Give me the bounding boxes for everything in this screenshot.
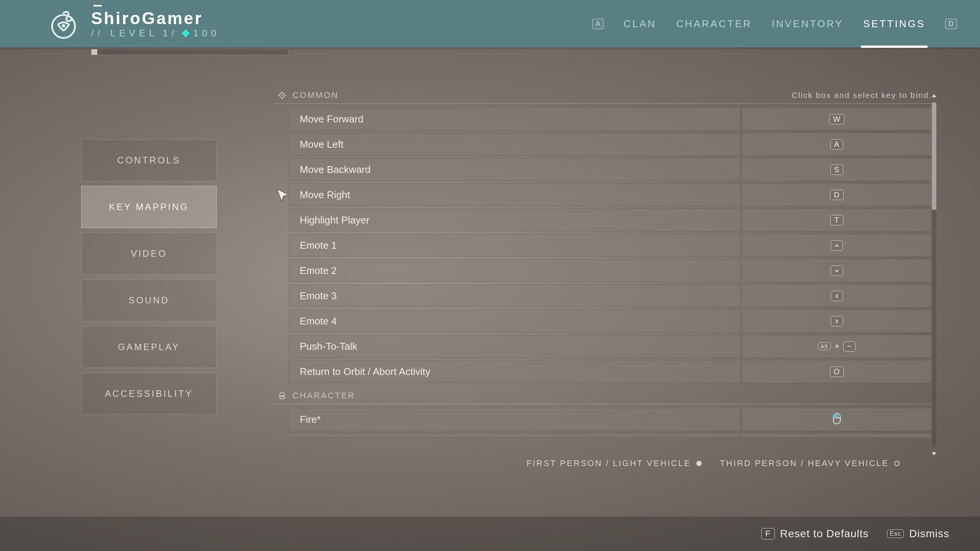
svg-point-3	[281, 95, 283, 96]
keycap: D	[830, 190, 843, 200]
bind-key-emote-2[interactable]	[742, 259, 932, 282]
scroll-thumb[interactable]	[932, 103, 936, 210]
nav-item-settings[interactable]: SETTINGS	[863, 18, 925, 30]
keycap-dismiss: Esc	[887, 530, 904, 538]
bind-key-emote-3[interactable]	[742, 284, 932, 307]
level-prefix: // LEVEL	[91, 28, 158, 39]
sidebar-item-key-mapping[interactable]: KEY MAPPING	[81, 186, 217, 228]
bind-row-emote-4: Emote 4	[289, 310, 932, 333]
scrollbar[interactable]	[929, 90, 939, 459]
bind-key-highlight-player[interactable]: T	[742, 209, 932, 231]
section-header-character: CHARACTER	[273, 391, 932, 401]
key-mapping-content: COMMON Click box and select key to bind.…	[273, 90, 932, 459]
bind-key-push-to-talk[interactable]: Alt + ~	[742, 335, 932, 358]
bind-key-partial[interactable]	[742, 433, 932, 438]
bind-row-emote-3: Emote 3	[289, 284, 932, 307]
bind-row-move-right: Move Right D	[289, 183, 932, 206]
bind-label: Move Forward	[289, 108, 740, 130]
player-cluster: ShiroGamer // LEVEL 1/ 100	[46, 6, 220, 41]
perspective-legend: FIRST PERSON / LIGHT VEHICLE THIRD PERSO…	[273, 458, 900, 468]
bind-key-move-right[interactable]: D	[742, 183, 932, 206]
sidebar-item-sound[interactable]: SOUND	[81, 279, 217, 321]
sidebar-item-accessibility[interactable]: ACCESSIBILITY	[81, 373, 217, 415]
keycap-alt: Alt	[818, 342, 831, 350]
scroll-track[interactable]	[932, 103, 936, 447]
nav-item-inventory[interactable]: INVENTORY	[772, 18, 843, 30]
light-value: 100	[193, 28, 220, 39]
section-character: CHARACTER Fire*	[273, 391, 932, 438]
bind-label: Push-To-Talk	[289, 335, 740, 358]
keycap: A	[830, 139, 843, 150]
bind-row-fire: Fire*	[289, 408, 932, 431]
nav-next-hint: D	[945, 19, 957, 29]
legend-third: THIRD PERSON / HEAVY VEHICLE	[720, 458, 889, 468]
bind-label: Fire*	[289, 408, 740, 431]
sidebar-item-gameplay[interactable]: GAMEPLAY	[81, 326, 217, 368]
level-value: 1/	[163, 28, 178, 39]
key-combo: Alt + ~	[818, 341, 856, 352]
bind-key-move-forward[interactable]: W	[742, 108, 932, 130]
dismiss-label: Dismiss	[909, 528, 949, 540]
reset-label: Reset to Defaults	[780, 528, 869, 540]
bind-key-move-left[interactable]: A	[742, 133, 932, 156]
bind-row-move-left: Move Left A	[289, 133, 932, 156]
bind-label: Emote 1	[289, 234, 740, 257]
section-header-common: COMMON Click box and select key to bind.	[273, 90, 932, 100]
top-nav: A CLAN CHARACTER INVENTORY SETTINGS D	[592, 18, 957, 30]
settings-sidebar: CONTROLS KEY MAPPING VIDEO SOUND GAMEPLA…	[81, 139, 217, 415]
dot-outline-icon	[894, 461, 900, 466]
dot-solid-icon	[696, 461, 702, 466]
bind-key-fire[interactable]	[742, 408, 932, 431]
bind-key-move-backward[interactable]: S	[742, 158, 932, 181]
bind-label: Move Right	[289, 183, 740, 206]
scroll-down-icon[interactable]	[929, 448, 939, 459]
legend-first: FIRST PERSON / LIGHT VEHICLE	[526, 458, 691, 468]
dismiss-button[interactable]: Esc Dismiss	[887, 528, 949, 540]
bind-label: Emote 2	[289, 259, 740, 282]
bind-row-highlight-player: Highlight Player T	[289, 209, 932, 231]
bind-row-push-to-talk: Push-To-Talk Alt + ~	[289, 335, 932, 358]
xp-progress-fill	[91, 49, 97, 55]
character-rows: Fire*	[273, 408, 932, 438]
bind-label: Emote 4	[289, 310, 740, 333]
nav-item-clan[interactable]: CLAN	[624, 18, 656, 30]
scroll-up-icon[interactable]	[929, 90, 939, 101]
section-title-common: COMMON	[292, 90, 339, 100]
bind-helper-text: Click box and select key to bind.	[792, 91, 932, 100]
nav-prev-hint: A	[592, 19, 604, 29]
reset-defaults-button[interactable]: F Reset to Defaults	[761, 528, 869, 540]
sidebar-item-video[interactable]: VIDEO	[81, 233, 217, 275]
arrow-left-icon	[831, 291, 843, 301]
sidebar-item-controls[interactable]: CONTROLS	[81, 139, 217, 181]
arrow-down-icon	[831, 266, 843, 276]
bind-key-emote-4[interactable]	[742, 310, 932, 333]
xp-progress	[91, 49, 289, 55]
bind-label: Return to Orbit / Abort Activity	[289, 360, 740, 383]
bind-label: Emote 3	[289, 284, 740, 307]
bind-label: Highlight Player	[289, 209, 740, 231]
diamond-icon	[277, 90, 287, 100]
keycap: O	[830, 367, 844, 377]
keycap: W	[829, 114, 844, 124]
keycap-reset: F	[761, 528, 774, 540]
bind-label: Move Left	[289, 133, 740, 156]
section-common: COMMON Click box and select key to bind.…	[273, 90, 932, 383]
bind-key-return-to-orbit[interactable]: O	[742, 360, 932, 383]
keycap-tilde: ~	[843, 341, 856, 352]
light-icon	[181, 29, 190, 38]
arrow-right-icon	[831, 316, 843, 326]
player-name: ShiroGamer	[91, 9, 220, 28]
plus-sign: +	[835, 341, 840, 351]
helmet-icon	[277, 391, 287, 401]
bind-row-move-backward: Move Backward S	[289, 158, 932, 181]
level-row: // LEVEL 1/ 100	[91, 28, 220, 39]
section-title-character: CHARACTER	[292, 391, 355, 401]
top-bar: ShiroGamer // LEVEL 1/ 100 A CLAN CHARAC…	[0, 0, 980, 47]
nav-item-character[interactable]: CHARACTER	[676, 18, 752, 30]
svg-point-1	[62, 24, 65, 28]
bind-label	[289, 433, 740, 438]
bottom-bar: F Reset to Defaults Esc Dismiss	[0, 517, 980, 551]
section-rule	[273, 103, 932, 104]
bind-key-emote-1[interactable]	[742, 234, 932, 257]
keycap: T	[830, 215, 843, 225]
